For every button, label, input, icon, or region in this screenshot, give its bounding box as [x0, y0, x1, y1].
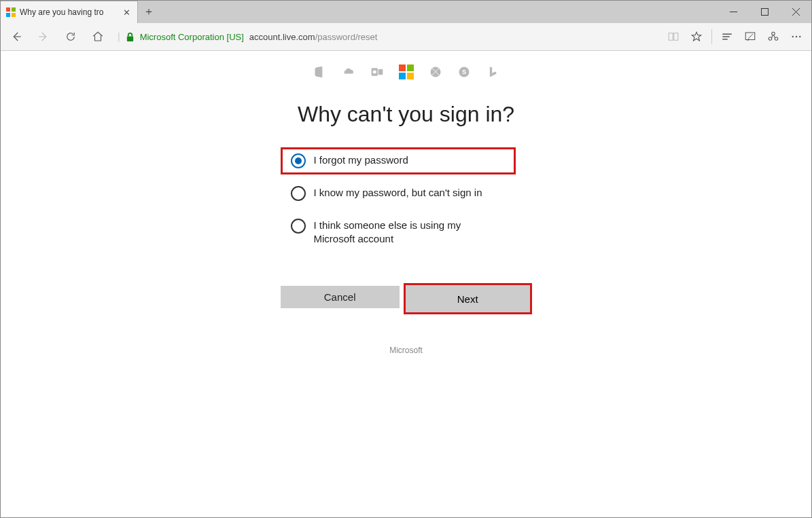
tab-favicon-microsoft-icon: [6, 7, 16, 17]
option-label: I forgot my password: [314, 153, 408, 167]
option-forgot-password[interactable]: I forgot my password: [281, 147, 516, 174]
svg-rect-1: [761, 9, 768, 16]
tab-title: Why are you having tro: [20, 7, 118, 17]
option-label: I think someone else is using my Microso…: [314, 219, 497, 246]
svg-point-16: [799, 36, 800, 37]
address-bar[interactable]: | Microsoft Corporation [US] account.liv…: [113, 31, 658, 42]
page-footer-brand: Microsoft: [281, 346, 532, 355]
nav-back-button[interactable]: [5, 25, 28, 48]
more-button[interactable]: [785, 25, 807, 48]
svg-point-19: [372, 71, 376, 74]
skype-icon: S: [457, 65, 471, 81]
web-note-button[interactable]: [739, 25, 761, 48]
svg-point-14: [792, 36, 794, 37]
outlook-icon: [370, 65, 384, 81]
hub-button[interactable]: [716, 25, 738, 48]
tab-close-icon[interactable]: ✕: [122, 7, 132, 18]
radio-icon: [291, 219, 306, 234]
svg-text:S: S: [461, 69, 465, 75]
page-content: S Why can't you sign in? I forgot my pas…: [1, 51, 811, 355]
svg-rect-10: [745, 33, 755, 40]
bing-icon: [486, 65, 499, 81]
browser-tab[interactable]: Why are you having tro ✕: [1, 1, 138, 23]
window-close-button[interactable]: [780, 1, 811, 23]
security-org-label: Microsoft Corporation [US]: [140, 32, 244, 42]
share-button[interactable]: [762, 25, 784, 48]
form-buttons: Cancel Next: [281, 286, 532, 314]
page-heading: Why can't you sign in?: [298, 102, 514, 127]
xbox-icon: [429, 65, 442, 81]
option-know-password[interactable]: I know my password, but can't sign in: [281, 180, 532, 207]
window-controls: [718, 1, 811, 23]
nav-home-button[interactable]: [86, 25, 109, 48]
svg-point-15: [796, 36, 797, 37]
option-someone-else[interactable]: I think someone else is using my Microso…: [281, 212, 532, 252]
svg-point-12: [769, 37, 772, 41]
reading-view-button[interactable]: [663, 25, 684, 48]
window-minimize-button[interactable]: [718, 1, 749, 23]
svg-rect-18: [378, 69, 383, 75]
cancel-button[interactable]: Cancel: [281, 286, 400, 308]
window-maximize-button[interactable]: [749, 1, 780, 23]
svg-rect-6: [126, 36, 133, 41]
next-button-highlight: Next: [404, 283, 532, 314]
new-tab-button[interactable]: ＋: [138, 1, 160, 23]
radio-icon: [291, 153, 306, 168]
favorite-button[interactable]: [686, 25, 707, 48]
service-icons-row: S: [313, 64, 499, 81]
svg-point-13: [775, 37, 778, 41]
browser-toolbar: | Microsoft Corporation [US] account.liv…: [1, 23, 811, 51]
reset-form: I forgot my password I know my password,…: [281, 147, 532, 355]
office-icon: [313, 65, 327, 81]
window-titlebar: Why are you having tro ✕ ＋: [1, 1, 811, 23]
reason-options: I forgot my password I know my password,…: [281, 147, 532, 252]
url-display: account.live.com/password/reset: [249, 32, 378, 42]
next-button[interactable]: Next: [406, 288, 529, 310]
radio-icon: [291, 186, 306, 201]
microsoft-logo-icon: [399, 64, 414, 81]
lock-icon: [126, 32, 135, 42]
nav-forward-button[interactable]: [32, 25, 55, 48]
option-label: I know my password, but can't sign in: [314, 186, 482, 200]
onedrive-icon: [342, 65, 355, 81]
toolbar-separator: [711, 29, 712, 44]
svg-point-11: [772, 32, 775, 35]
nav-refresh-button[interactable]: [59, 25, 82, 48]
